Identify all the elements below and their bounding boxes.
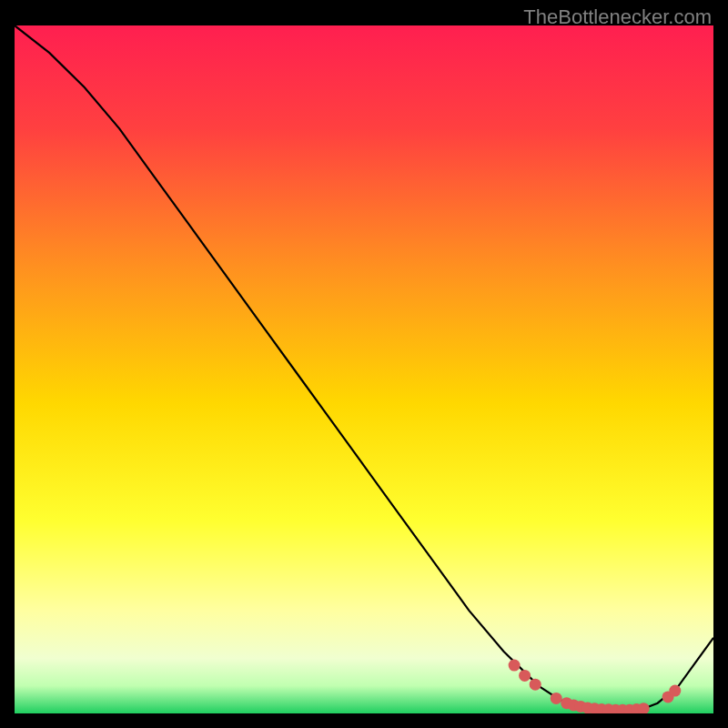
chart-svg — [15, 25, 713, 713]
gradient-background — [15, 25, 713, 713]
highlight-dot — [662, 691, 674, 703]
plot-area — [15, 25, 713, 713]
highlight-dot — [568, 699, 580, 711]
highlight-dots-group — [509, 660, 682, 713]
highlight-dot — [575, 701, 587, 713]
watermark-text: TheBottlenecker.com — [523, 5, 712, 29]
highlight-dot — [589, 703, 601, 713]
highlight-dot — [638, 703, 650, 713]
highlight-dot — [596, 703, 608, 713]
highlight-dot — [519, 670, 531, 682]
highlight-dot — [509, 660, 521, 672]
bottleneck-curve — [15, 25, 713, 710]
highlight-dot — [617, 704, 629, 713]
highlight-dot — [610, 704, 622, 713]
highlight-dot — [581, 703, 593, 714]
highlight-dot — [669, 685, 681, 697]
highlight-dot — [551, 693, 562, 704]
highlight-dot — [623, 704, 635, 713]
highlight-dot — [561, 697, 572, 709]
highlight-dot — [631, 703, 642, 713]
highlight-dot — [602, 703, 614, 713]
highlight-dot — [530, 679, 541, 691]
